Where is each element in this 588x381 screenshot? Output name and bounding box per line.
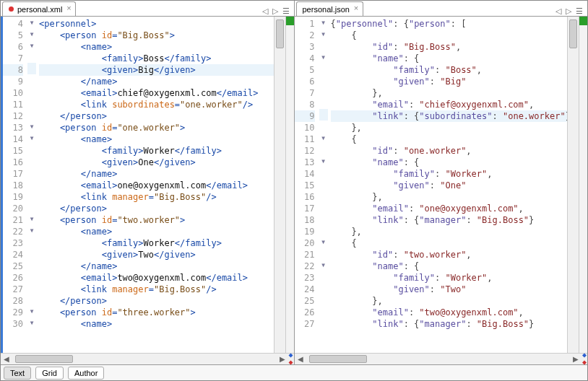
tab-personal-json[interactable]: personal.json ×: [296, 1, 363, 16]
fold-toggle-icon[interactable]: ▾: [27, 40, 36, 51]
code-line[interactable]: </name>: [39, 76, 274, 87]
code-line[interactable]: <name>: [39, 41, 274, 53]
code-line[interactable]: <name>: [39, 318, 274, 330]
fold-toggle-icon[interactable]: ▾: [27, 213, 36, 224]
code-line[interactable]: <person id="one.worker">: [39, 122, 274, 133]
code-line[interactable]: {: [331, 133, 568, 145]
horizontal-scrollbar[interactable]: ◀ ▶ ◆◆: [1, 353, 294, 364]
code-line[interactable]: "given": "Two": [331, 284, 568, 295]
code-line[interactable]: "family": "Worker",: [331, 168, 568, 180]
code-line[interactable]: "id": "Big.Boss",: [331, 41, 568, 53]
fold-toggle-icon[interactable]: ▾: [27, 317, 36, 328]
code-line[interactable]: </name>: [39, 168, 274, 180]
code-line[interactable]: <link subordinates="one.worker"/>: [39, 99, 274, 110]
code-line[interactable]: {: [331, 237, 568, 249]
code-line[interactable]: "email": "chief@oxygenxml.com",: [331, 99, 568, 110]
code-line[interactable]: <name>: [39, 226, 274, 237]
code-line[interactable]: },: [331, 87, 568, 99]
close-icon[interactable]: ×: [65, 4, 72, 12]
tab-menu-icon[interactable]: ☰: [282, 6, 290, 16]
code-line[interactable]: {: [331, 30, 568, 41]
code-line[interactable]: "name": {: [331, 53, 568, 64]
code-line[interactable]: </person>: [39, 295, 274, 307]
scroll-left-icon[interactable]: ◀: [1, 355, 12, 363]
view-tab-grid[interactable]: Grid: [35, 367, 64, 380]
code-line[interactable]: <family>Boss</family>: [39, 53, 274, 64]
view-tab-text[interactable]: Text: [4, 367, 31, 380]
code-line[interactable]: "id": "two.worker",: [331, 249, 568, 260]
fold-toggle-icon[interactable]: ▾: [27, 305, 36, 317]
code-line[interactable]: },: [331, 295, 568, 307]
fold-toggle-icon[interactable]: ▾: [27, 28, 36, 40]
code-line[interactable]: <given>Big</given>: [39, 64, 274, 76]
code-area[interactable]: <personnel> <person id="Big.Boss"> <name…: [36, 17, 274, 353]
prev-tab-icon[interactable]: ◁: [262, 6, 268, 16]
code-line[interactable]: <family>Worker</family>: [39, 145, 274, 157]
scroll-left-icon[interactable]: ◀: [295, 355, 306, 363]
code-line[interactable]: "id": "one.worker",: [331, 145, 568, 157]
prev-tab-icon[interactable]: ◁: [555, 6, 561, 16]
code-line[interactable]: <person id="two.worker">: [39, 214, 274, 226]
code-line[interactable]: "given": "Big": [331, 76, 568, 87]
fold-toggle-icon[interactable]: ▾: [319, 236, 328, 248]
tab-personal-xml[interactable]: personal.xml ×: [2, 1, 76, 16]
code-line[interactable]: "link": {"subordinates": "one.worker"}: [331, 110, 568, 122]
code-line[interactable]: <person id="three.worker">: [39, 307, 274, 318]
view-tab-author[interactable]: Author: [68, 367, 104, 380]
code-line[interactable]: </name>: [39, 260, 274, 272]
code-line[interactable]: <link manager="Big.Boss"/>: [39, 284, 274, 295]
code-line[interactable]: "name": {: [331, 157, 568, 168]
code-line[interactable]: </person>: [39, 110, 274, 122]
fold-toggle-icon[interactable]: ▾: [319, 28, 328, 40]
code-area[interactable]: {"personnel": {"person": [ { "id": "Big.…: [328, 17, 568, 353]
code-line[interactable]: "link": {"manager": "Big.Boss"}: [331, 318, 568, 330]
code-line[interactable]: <person id="Big.Boss">: [39, 30, 274, 41]
code-line[interactable]: "link": {"manager": "Big.Boss"}: [331, 214, 568, 226]
next-tab-icon[interactable]: ▷: [272, 6, 278, 16]
code-line[interactable]: </person>: [39, 203, 274, 214]
code-line[interactable]: <email>one@oxygenxml.com</email>: [39, 180, 274, 191]
scroll-right-icon[interactable]: ▶: [277, 355, 288, 363]
scroll-right-icon[interactable]: ▶: [570, 355, 581, 363]
fold-gutter[interactable]: ▾▾▾▾▾▾▾▾▾: [27, 17, 36, 353]
code-line[interactable]: "family": "Boss",: [331, 64, 568, 76]
code-line[interactable]: },: [331, 122, 568, 133]
fold-gutter[interactable]: ▾▾▾▾▾▾▾: [319, 17, 328, 353]
fold-toggle-icon[interactable]: ▾: [319, 259, 328, 271]
scrollbar-thumb[interactable]: [569, 19, 577, 48]
code-line[interactable]: <email>two@oxygenxml.com</email>: [39, 272, 274, 284]
code-line[interactable]: "email": "two@oxygenxml.com",: [331, 307, 568, 318]
code-line[interactable]: "family": "Worker",: [331, 272, 568, 284]
scrollbar-thumb[interactable]: [276, 19, 284, 48]
code-line[interactable]: "email": "one@oxygenxml.com",: [331, 203, 568, 214]
code-line[interactable]: "name": {: [331, 260, 568, 272]
code-line[interactable]: "given": "One": [331, 180, 568, 191]
code-line[interactable]: <given>One</given>: [39, 157, 274, 168]
vertical-scrollbar[interactable]: [567, 17, 579, 353]
code-line[interactable]: <personnel>: [39, 18, 274, 30]
code-line[interactable]: <family>Worker</family>: [39, 237, 274, 249]
code-line[interactable]: <link manager="Big.Boss"/>: [39, 191, 274, 203]
vertical-scrollbar[interactable]: [274, 17, 285, 353]
code-line[interactable]: <given>Two</given>: [39, 249, 274, 260]
fold-toggle-icon[interactable]: ▾: [27, 132, 36, 144]
overview-ruler[interactable]: [579, 17, 587, 353]
scrollbar-thumb[interactable]: [309, 355, 367, 363]
close-icon[interactable]: ×: [353, 4, 360, 12]
code-line[interactable]: <name>: [39, 133, 274, 145]
code-line[interactable]: <email>chief@oxygenxml.com</email>: [39, 87, 274, 99]
fold-toggle-icon[interactable]: ▾: [319, 17, 328, 28]
code-line[interactable]: },: [331, 226, 568, 237]
fold-toggle-icon[interactable]: ▾: [27, 224, 36, 236]
overview-ruler[interactable]: [285, 17, 294, 353]
code-line[interactable]: },: [331, 191, 568, 203]
fold-toggle-icon[interactable]: ▾: [27, 17, 36, 28]
fold-toggle-icon[interactable]: ▾: [319, 132, 328, 144]
tab-menu-icon[interactable]: ☰: [576, 6, 583, 16]
fold-toggle-icon[interactable]: ▾: [319, 155, 328, 167]
code-line[interactable]: {"personnel": {"person": [: [331, 18, 568, 30]
fold-toggle-icon[interactable]: ▾: [319, 51, 328, 63]
fold-toggle-icon[interactable]: ▾: [27, 121, 36, 132]
scrollbar-thumb[interactable]: [15, 355, 73, 363]
next-tab-icon[interactable]: ▷: [566, 6, 571, 16]
